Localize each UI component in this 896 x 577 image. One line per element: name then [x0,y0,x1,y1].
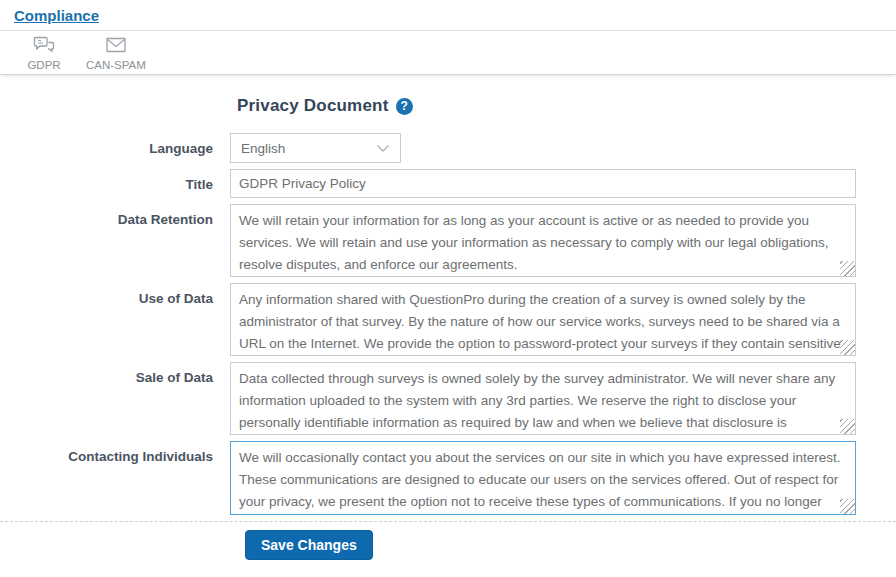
gdpr-chat-bubbles-icon [32,34,56,57]
contacting-individuals-textarea[interactable]: We will occasionally contact you about t… [230,441,856,515]
data-retention-textarea[interactable]: We will retain your information for as l… [230,204,856,277]
page-title-row: Privacy Document ? [237,96,896,116]
compliance-toolbar: GDPR CAN-SPAM [0,30,896,75]
page-title: Privacy Document [237,96,389,116]
tab-gdpr[interactable]: GDPR [16,33,72,72]
privacy-document-form: Language English Title Data Retention We… [0,133,896,515]
use-of-data-textarea[interactable]: Any information shared with QuestionPro … [230,283,856,356]
use-of-data-label: Use of Data [0,283,230,356]
save-changes-button[interactable]: Save Changes [245,530,373,560]
contacting-individuals-row: Contacting Individuals We will occasiona… [0,441,896,515]
chevron-down-icon [376,139,390,157]
data-retention-row: Data Retention We will retain your infor… [0,204,896,277]
language-label: Language [0,133,230,163]
tab-can-spam[interactable]: CAN-SPAM [82,33,150,72]
section-divider [0,521,896,522]
data-retention-label: Data Retention [0,204,230,277]
compliance-link[interactable]: Compliance [14,7,99,24]
tab-gdpr-label: GDPR [27,59,60,71]
contacting-individuals-label: Contacting Individuals [0,441,230,515]
help-icon[interactable]: ? [396,98,413,115]
tab-can-spam-label: CAN-SPAM [86,59,146,71]
language-select[interactable]: English [230,133,401,163]
title-row: Title [0,169,896,198]
sale-of-data-textarea[interactable]: Data collected through surveys is owned … [230,362,856,435]
title-input[interactable] [230,169,856,198]
sale-of-data-row: Sale of Data Data collected through surv… [0,362,896,435]
title-label: Title [0,169,230,198]
envelope-icon [103,34,129,57]
use-of-data-row: Use of Data Any information shared with … [0,283,896,356]
sale-of-data-label: Sale of Data [0,362,230,435]
breadcrumb: Compliance [0,0,896,30]
language-selected-value: English [241,141,285,156]
language-row: Language English [0,133,896,163]
